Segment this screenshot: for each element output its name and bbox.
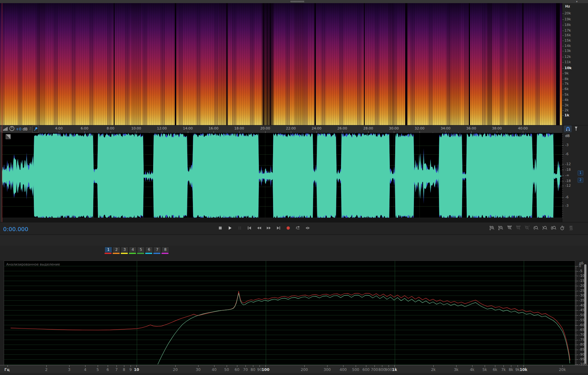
frame-hold-button-4[interactable]: 4 xyxy=(129,247,137,253)
rewind-button[interactable] xyxy=(255,225,262,231)
frame-hold-button-8[interactable]: 8 xyxy=(162,247,169,253)
frame-hold-button-1[interactable]: 1 xyxy=(105,247,112,253)
frequency-tick xyxy=(108,365,108,367)
amplitude-scale-label: -3 xyxy=(565,204,569,208)
waveform-display[interactable] xyxy=(0,133,562,222)
spectrogram-freq-tick xyxy=(562,57,564,57)
frequency-tick xyxy=(245,365,246,367)
frequency-tick xyxy=(433,365,434,367)
frequency-tick-label: 7k xyxy=(501,367,506,372)
timeline-label: 30:00 xyxy=(389,126,399,130)
frequency-tick xyxy=(374,365,375,367)
zoom-in-vertical-button[interactable] xyxy=(488,225,495,231)
frequency-unit-label: Гц xyxy=(4,367,10,372)
frequency-tick xyxy=(214,365,214,367)
frequency-tick xyxy=(395,365,395,367)
spectrogram-freq-tick xyxy=(562,35,564,36)
io-arrows-button[interactable] xyxy=(304,225,311,231)
play-button[interactable] xyxy=(226,225,233,231)
zoom-vertical-full-button[interactable] xyxy=(567,225,574,231)
timeline-label: 26:00 xyxy=(337,126,347,130)
frame-hold-color-8 xyxy=(162,253,168,254)
frequency-tick-label: 30 xyxy=(196,367,200,372)
spectrogram-silence-gap xyxy=(522,3,524,125)
timeline-label: 34:00 xyxy=(441,126,451,130)
level-meter-icon[interactable] xyxy=(3,126,8,132)
zoom-in-horizontal-button[interactable] xyxy=(506,225,513,231)
zoom-out-vertical-button[interactable] xyxy=(497,225,504,231)
timeline-ruler[interactable]: 4:006:008:0010:0012:0014:0016:0018:0020:… xyxy=(0,125,562,134)
frequency-tick xyxy=(389,365,389,367)
frequency-tick xyxy=(98,365,98,367)
db-tick-label: -5 xyxy=(579,269,582,273)
gain-knob-icon[interactable] xyxy=(9,126,15,132)
skip-back-button[interactable] xyxy=(246,225,253,231)
amplitude-scale-label: -18 xyxy=(565,168,571,172)
frequency-tick xyxy=(260,365,260,367)
frequency-unit-label: Hz xyxy=(565,4,570,8)
frequency-tick xyxy=(485,365,485,367)
db-tick-label: -30 xyxy=(579,293,585,297)
frequency-tick-label: 8k xyxy=(509,367,513,372)
timeline-label: 28:00 xyxy=(363,126,373,130)
frame-hold-button-3[interactable]: 3 xyxy=(121,247,128,253)
zoom-in-in-point-button[interactable] xyxy=(532,225,539,231)
spectrogram-silence-gap xyxy=(219,3,227,125)
channel-1-badge[interactable]: 1 xyxy=(578,170,583,175)
reset-zoom-button[interactable] xyxy=(559,225,565,231)
db-tick-label: -60 xyxy=(579,323,585,327)
amplitude-scale-tick xyxy=(562,206,564,206)
chevron-down-icon[interactable]: ▾ xyxy=(576,0,578,3)
snap-magnet-button[interactable] xyxy=(564,125,572,132)
skip-forward-button[interactable] xyxy=(275,225,282,231)
zoom-to-selection-button[interactable] xyxy=(550,225,557,231)
frequency-curves xyxy=(4,261,575,365)
zoom-out-horizontal-button[interactable] xyxy=(515,225,522,231)
spectrogram-freq-label: 7k xyxy=(565,82,577,86)
zoom-out-full-button[interactable] xyxy=(524,225,530,231)
frequency-tick xyxy=(175,365,176,367)
panel-scrollbar[interactable] xyxy=(584,264,586,364)
spectrogram-freq-label: 2k xyxy=(565,108,577,112)
zoom-in-out-point-button[interactable] xyxy=(541,225,548,231)
timeline-label: 32:00 xyxy=(415,126,425,130)
spectrogram-silence-gap xyxy=(263,3,264,125)
spectrogram-silence-gap xyxy=(469,3,470,125)
marker-pin-button[interactable] xyxy=(573,125,579,132)
spectrogram-silence-gap xyxy=(267,3,267,125)
loop-button[interactable] xyxy=(294,225,301,231)
pin-playhead-button[interactable] xyxy=(32,126,39,133)
timeline-label: 10:00 xyxy=(131,126,141,130)
frame-hold-button-7[interactable]: 7 xyxy=(153,247,161,253)
pause-button[interactable] xyxy=(236,225,243,231)
frame-hold-button-6[interactable]: 6 xyxy=(145,247,153,253)
frequency-tick-label: 800 xyxy=(379,367,386,372)
gain-value[interactable]: +0 dB xyxy=(16,127,28,131)
channel-2-badge[interactable]: 2 xyxy=(578,178,583,183)
frame-hold-button-5[interactable]: 5 xyxy=(137,247,145,253)
db-axis-major-ticks xyxy=(575,266,578,365)
amplitude-scale-tick xyxy=(562,170,564,170)
analysis-annotation: Анализированное выделение xyxy=(6,262,60,266)
range-toggle-icon[interactable] xyxy=(6,134,11,139)
playhead-line[interactable] xyxy=(2,3,2,222)
spectrogram-freq-tick xyxy=(562,100,564,100)
record-button[interactable] xyxy=(285,225,291,231)
fast-forward-button[interactable] xyxy=(265,225,272,231)
frequency-tick xyxy=(116,365,117,367)
spectrogram-freq-tick xyxy=(562,31,564,31)
panel-grip-icon[interactable] xyxy=(1,126,2,132)
waveform-scrollbar-track[interactable] xyxy=(2,218,562,222)
frequency-tick-label: 90 xyxy=(257,367,262,372)
audio-editor-window: ▾ Hz 4:006:008:0010:0012:0014:0016:0018:… xyxy=(0,0,588,375)
stop-button[interactable] xyxy=(217,225,224,231)
frequency-tick-label: 40 xyxy=(212,367,216,372)
pushpin-icon xyxy=(574,126,578,132)
frequency-tick-label: 6k xyxy=(493,367,498,372)
drag-handle-icon[interactable] xyxy=(291,1,304,2)
spectrogram-freq-tick xyxy=(562,89,564,89)
frequency-tick-label: 100 xyxy=(261,367,269,372)
spectrogram-display[interactable] xyxy=(0,3,562,125)
time-display[interactable]: 0:00.000 xyxy=(3,226,28,232)
frame-hold-button-2[interactable]: 2 xyxy=(113,247,120,253)
